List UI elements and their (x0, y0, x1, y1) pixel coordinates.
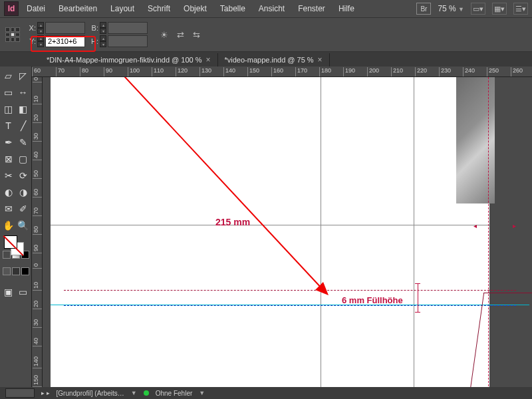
scissors-tool[interactable]: ✂ (1, 168, 15, 184)
zoom-readout[interactable]: 75 % ▼ (438, 4, 464, 13)
canvas-area[interactable]: 215 mm 6 mm Füllhöhe (43, 77, 532, 387)
close-icon[interactable]: × (318, 55, 323, 65)
screen-mode-tool[interactable]: ▣ (1, 284, 15, 300)
placed-image[interactable] (456, 77, 495, 203)
y-input[interactable] (45, 35, 85, 47)
vertical-ruler[interactable]: 0102030405060708090010203040140150160 (32, 77, 43, 387)
w-input[interactable] (108, 22, 148, 34)
menu-datei[interactable]: Datei (21, 3, 51, 15)
hand-tool[interactable]: ✋ (1, 217, 15, 233)
menu-bearbeiten[interactable]: Bearbeiten (53, 3, 102, 15)
transform-tool[interactable]: ⟳ (16, 168, 30, 184)
chevron-icon[interactable]: ▸ ▸ (41, 390, 50, 396)
workspace-icon[interactable]: ☰▾ (513, 3, 528, 15)
horizontal-ruler[interactable]: 6070809010011012013014015016017018019020… (32, 66, 532, 77)
gap-tool[interactable]: ↔ (16, 84, 30, 100)
rectangle-frame-tool[interactable]: ⊠ (1, 151, 15, 167)
pencil-tool[interactable]: ✎ (16, 134, 30, 150)
zoom-tool[interactable]: 🔍 (16, 217, 30, 233)
gradient-swatch-tool[interactable]: ◐ (1, 184, 15, 200)
guide-vertical-2[interactable] (414, 77, 414, 387)
guide-blue-dashed[interactable] (64, 305, 516, 306)
menu-schrift[interactable]: Schrift (142, 3, 176, 15)
toolbox: ▱ ◸ ▭ ↔ ◫ ◧ T ╱ ✒ ✎ ⊠ ▢ ✂ ⟳ ◐ ◑ ✉ ✐ ✋ 🔍 … (0, 66, 32, 387)
pen-tool[interactable]: ✒ (1, 134, 15, 150)
x-label: X: (27, 24, 36, 32)
align-icon-1[interactable]: ⇄ (174, 29, 186, 41)
bridge-badge[interactable]: Br (416, 3, 431, 15)
constrain-icon[interactable]: ☀ (158, 29, 170, 41)
h-stepper[interactable]: ▴▾ (100, 35, 106, 47)
guide-red-dashed[interactable] (64, 290, 516, 291)
dimension-bracket-v (415, 283, 420, 313)
document-tabs: *DIN-A4-Mappe-immogruen-fiktiv.indd @ 10… (0, 52, 532, 66)
page-number-input[interactable] (5, 388, 35, 398)
menu-tabelle[interactable]: Tabelle (215, 3, 251, 15)
chevron-down-icon[interactable]: ▼ (131, 390, 137, 396)
doc-tab-2[interactable]: *video-mappe.indd @ 75 %× (218, 53, 330, 66)
menu-ansicht[interactable]: Ansicht (253, 3, 290, 15)
document-page[interactable]: 215 mm 6 mm Füllhöhe (51, 77, 489, 387)
guide-horizontal-mid[interactable] (51, 225, 489, 225)
rectangle-tool[interactable]: ▢ (16, 151, 30, 167)
svg-marker-1 (315, 282, 329, 295)
fold-shape[interactable] (469, 293, 532, 387)
preview-mode-tool[interactable]: ▭ (16, 284, 30, 300)
y-label: Y: (27, 37, 36, 45)
fill-stroke-swatch[interactable] (1, 234, 30, 258)
chevron-down-icon: ▼ (458, 6, 464, 13)
chevron-down-icon[interactable]: ▼ (199, 390, 205, 396)
close-icon[interactable]: × (206, 55, 211, 65)
callout-arrow (89, 77, 335, 301)
w-stepper[interactable]: ▴▾ (100, 22, 106, 34)
y-stepper[interactable]: ▴▾ (37, 35, 44, 47)
menu-hilfe[interactable]: Hilfe (333, 3, 360, 15)
h-label: H: (89, 37, 98, 45)
content-collector-tool[interactable]: ◫ (1, 101, 15, 117)
gradient-feather-tool[interactable]: ◑ (16, 184, 30, 200)
reference-point-grid[interactable] (5, 27, 20, 42)
arrange-icon[interactable]: ▦▾ (492, 3, 507, 15)
control-bar: X: ▴▾ Y: ▴▾ B: ▴▾ H: ▴▾ ☀ ⇄ ⇆ (0, 17, 532, 52)
menu-objekt[interactable]: Objekt (178, 3, 212, 15)
selection-tool[interactable]: ▱ (1, 68, 15, 84)
screen-mode-icon[interactable]: ▭▾ (471, 3, 485, 15)
content-placer-tool[interactable]: ◧ (16, 101, 30, 117)
preflight-status-icon (144, 390, 149, 396)
x-input[interactable] (45, 22, 85, 34)
w-label: B: (89, 24, 98, 32)
page-tool[interactable]: ▭ (1, 84, 15, 100)
app-badge: Id (4, 1, 19, 16)
x-stepper[interactable]: ▴▾ (37, 22, 44, 34)
eyedropper-tool[interactable]: ✐ (16, 201, 30, 217)
note-tool[interactable]: ✉ (1, 201, 15, 217)
doc-tab-1[interactable]: *DIN-A4-Mappe-immogruen-fiktiv.indd @ 10… (40, 53, 218, 66)
h-input[interactable] (108, 35, 148, 47)
menu-layout[interactable]: Layout (105, 3, 140, 15)
type-tool[interactable]: T (1, 118, 15, 134)
preflight-status-text[interactable]: Ohne Fehler (156, 390, 193, 397)
svg-line-0 (89, 77, 323, 290)
direct-selection-tool[interactable]: ◸ (16, 68, 30, 84)
menu-fenster[interactable]: Fenster (293, 3, 331, 15)
align-icon-2[interactable]: ⇆ (190, 29, 202, 41)
status-profile[interactable]: [Grundprofil] (Arbeits… (57, 390, 124, 397)
status-bar: ▸ ▸ [Grundprofil] (Arbeits… ▼ Ohne Fehle… (0, 387, 532, 399)
line-tool[interactable]: ╱ (16, 118, 30, 134)
annotation-215mm: 215 mm (215, 217, 250, 227)
view-mode-row[interactable] (1, 267, 30, 283)
annotation-6mm: 6 mm Füllhöhe (342, 295, 403, 305)
guide-vertical-1[interactable] (321, 77, 321, 387)
menu-bar: Id Datei Bearbeiten Layout Schrift Objek… (0, 0, 532, 17)
